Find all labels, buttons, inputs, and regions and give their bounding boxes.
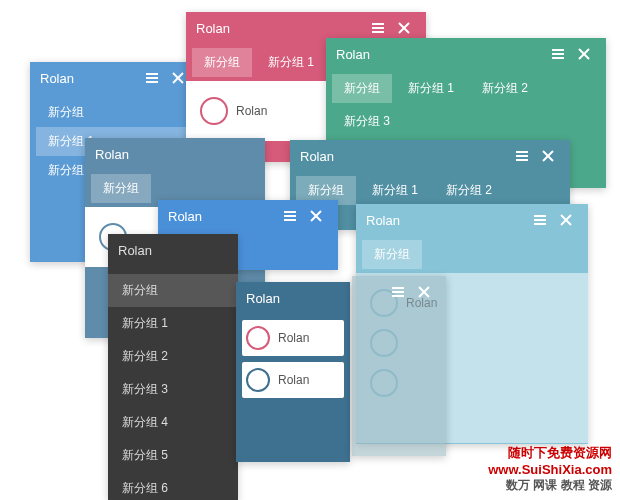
menu-icon[interactable]: [510, 144, 534, 168]
titlebar[interactable]: Rolan: [356, 204, 588, 236]
tab[interactable]: 新分组: [192, 48, 252, 77]
app-icon: [246, 368, 270, 392]
window-dark: Rolan 新分组 新分组 1 新分组 2 新分组 3 新分组 4 新分组 5 …: [108, 234, 238, 500]
tab[interactable]: 新分组 1: [396, 74, 466, 103]
list-item[interactable]: Rolan: [242, 320, 344, 356]
sidebar-item[interactable]: 新分组: [108, 274, 238, 307]
title: Rolan: [168, 209, 276, 224]
title: Rolan: [336, 47, 544, 62]
menu-icon[interactable]: [528, 208, 552, 232]
title: Rolan: [246, 291, 340, 306]
sidebar-item[interactable]: 新分组 2: [108, 340, 238, 373]
tab[interactable]: 新分组 2: [470, 74, 540, 103]
item-label: Rolan: [278, 373, 309, 387]
titlebar[interactable]: Rolan: [108, 234, 238, 266]
watermark-line: www.SuiShiXia.com: [488, 462, 612, 477]
close-icon[interactable]: [304, 204, 328, 228]
tabs: 新分组: [356, 236, 588, 273]
title: Rolan: [300, 149, 508, 164]
tab[interactable]: 新分组: [36, 98, 194, 127]
close-icon[interactable]: [572, 42, 596, 66]
tab[interactable]: 新分组 1: [360, 176, 430, 205]
app-icon: [200, 97, 228, 125]
close-icon[interactable]: [412, 280, 436, 304]
list-item[interactable]: Rolan: [242, 362, 344, 398]
menu-icon[interactable]: [366, 16, 390, 40]
tab[interactable]: 新分组: [91, 174, 151, 203]
title: Rolan: [40, 71, 138, 86]
title: Rolan: [118, 243, 228, 258]
sidebar-item[interactable]: 新分组 5: [108, 439, 238, 472]
watermark-line: 随时下免费资源网: [488, 444, 612, 462]
tab[interactable]: 新分组 3: [332, 107, 402, 136]
title: Rolan: [196, 21, 364, 36]
menu-icon[interactable]: [140, 66, 164, 90]
titlebar[interactable]: Rolan: [236, 282, 350, 314]
title: Rolan: [366, 213, 526, 228]
sidebar: 新分组 新分组 1 新分组 2 新分组 3 新分组 4 新分组 5 新分组 6: [108, 266, 238, 500]
sidebar-item[interactable]: 新分组 4: [108, 406, 238, 439]
tab[interactable]: 新分组: [332, 74, 392, 103]
watermark: 随时下免费资源网 www.SuiShiXia.com 数万 网课 教程 资源: [488, 444, 612, 494]
sidebar-item[interactable]: 新分组 3: [108, 373, 238, 406]
menu-icon[interactable]: [386, 280, 410, 304]
item-label: Rolan: [278, 331, 309, 345]
tabs: 新分组 新分组 1 新分组 2 新分组 3: [326, 70, 606, 140]
menu-icon[interactable]: [546, 42, 570, 66]
sidebar-item[interactable]: 新分组 6: [108, 472, 238, 500]
content: Rolan Rolan: [236, 314, 350, 404]
tab[interactable]: 新分组: [362, 240, 422, 269]
title: Rolan: [95, 147, 255, 162]
titlebar[interactable]: Rolan: [30, 62, 200, 94]
window-navy: Rolan Rolan Rolan: [236, 282, 350, 462]
window-translucent: [352, 276, 446, 456]
sidebar-item[interactable]: 新分组 1: [108, 307, 238, 340]
close-icon[interactable]: [554, 208, 578, 232]
titlebar[interactable]: Rolan: [326, 38, 606, 70]
titlebar[interactable]: Rolan: [290, 140, 570, 172]
close-icon[interactable]: [392, 16, 416, 40]
tab[interactable]: 新分组 1: [256, 48, 326, 77]
titlebar[interactable]: Rolan: [85, 138, 265, 170]
titlebar[interactable]: [352, 276, 446, 308]
watermark-line: 数万 网课 教程 资源: [488, 477, 612, 494]
close-icon[interactable]: [536, 144, 560, 168]
tab[interactable]: 新分组 2: [434, 176, 504, 205]
titlebar[interactable]: Rolan: [158, 200, 338, 232]
menu-icon[interactable]: [278, 204, 302, 228]
app-icon: [246, 326, 270, 350]
item-label: Rolan: [236, 104, 267, 118]
